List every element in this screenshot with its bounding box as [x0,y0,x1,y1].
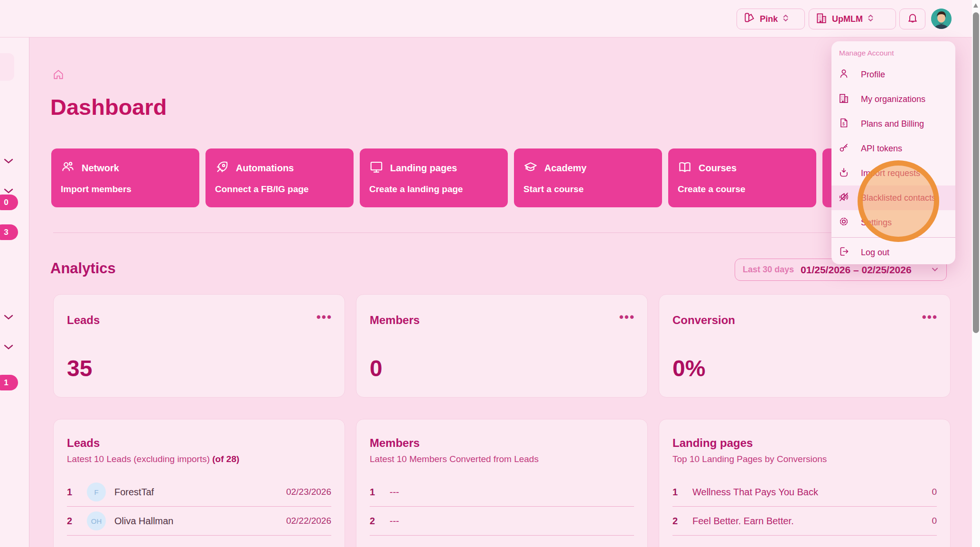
landing-page-name: Feel Better. Earn Better. [692,516,923,527]
quick-action-subtitle: Start a course [523,184,662,195]
sidebar: 0 3 1 [0,37,29,547]
quick-action-title: Landing pages [390,163,457,174]
row-rank: 2 [672,516,684,527]
scroll-up-arrow-icon[interactable] [973,3,978,8]
lead-row[interactable]: 2 OH Oliva Hallman 02/22/2026 [67,507,331,536]
quick-action-network[interactable]: Network Import members [51,148,199,207]
page-title: Dashboard [50,94,167,120]
account-menu-header: Manage Account [831,47,955,62]
sidebar-count-badge: 0 [0,195,18,210]
notifications-button[interactable] [899,9,925,29]
quick-action-subtitle: Import members [61,184,199,195]
palette-icon [743,12,756,27]
building-icon [815,12,828,27]
lead-name: ForestTaf [114,487,278,498]
menu-item-api-tokens[interactable]: API tokens [831,136,955,161]
stat-card-leads: Leads ••• 35 [53,294,345,398]
topbar: Pink UpMLM [0,0,980,37]
members-list-card: Members Latest 10 Members Converted from… [356,419,648,547]
building-icon [838,93,849,106]
row-rank: 2 [67,516,78,527]
bell-icon [906,12,919,27]
chevron-down-icon[interactable] [3,343,14,350]
vertical-scrollbar[interactable] [972,0,980,547]
chevron-down-icon [931,266,939,274]
landing-page-row[interactable]: 2 Feel Better. Earn Better. 0 [672,507,937,536]
stat-title: Leads [67,314,331,327]
section-divider [53,232,951,233]
organization-selector-button[interactable]: UpMLM [809,9,896,29]
member-row[interactable]: 1 --- [370,478,634,507]
home-breadcrumb-icon[interactable] [52,68,65,81]
stat-value: 0% [672,355,705,381]
theme-selector-button[interactable]: Pink [737,9,805,29]
date-preset-label: Last 30 days [743,265,794,275]
user-avatar[interactable] [931,9,952,29]
open-book-icon [678,160,692,176]
member-row[interactable]: 2 --- [370,507,634,536]
key-icon [838,142,849,156]
logout-icon [838,246,849,260]
lead-date: 02/23/2026 [286,487,331,497]
quick-action-automations[interactable]: Automations Connect a FB/IG page [205,148,354,207]
menu-item-log-out[interactable]: Log out [831,240,955,265]
member-name: --- [390,516,634,527]
landing-page-name: Wellness That Pays You Back [692,487,923,498]
landing-page-row[interactable]: 1 Wellness That Pays You Back 0 [672,478,937,507]
quick-action-subtitle: Create a landing page [369,184,508,195]
stat-title: Conversion [672,314,937,327]
menu-item-my-organizations[interactable]: My organizations [831,87,955,111]
list-subtitle: Latest 10 Members Converted from Leads [370,454,634,464]
stat-card-members: Members ••• 0 [356,294,648,398]
avatar: F [87,482,106,501]
member-name: --- [390,487,634,498]
chevron-down-icon[interactable] [3,314,14,320]
quick-action-title: Courses [699,163,737,174]
menu-item-label: My organizations [861,94,925,104]
leads-list-card: Leads Latest 10 Leads (excluding imports… [53,419,345,547]
menu-item-profile[interactable]: Profile [831,62,955,87]
list-subtitle: Top 10 Landing Pages by Conversions [672,454,937,464]
menu-item-label: Profile [861,70,885,80]
quick-action-courses[interactable]: Courses Create a course [668,148,816,207]
gear-icon [838,216,849,230]
updown-chevron-icon [867,13,874,25]
stat-title: Members [370,314,634,327]
quick-action-title: Automations [236,163,294,174]
theme-selector-label: Pink [760,14,778,24]
more-options-icon[interactable]: ••• [317,311,332,323]
row-rank: 1 [370,487,381,498]
list-title: Leads [67,436,331,450]
lead-name: Oliva Hallman [114,516,278,527]
sidebar-count-badge: 1 [0,375,18,390]
rocket-icon [215,160,229,176]
list-title: Members [370,436,634,450]
conversion-count: 0 [932,487,937,497]
conversion-count: 0 [932,516,937,526]
row-rank: 1 [672,487,684,498]
sidebar-active-item[interactable] [0,53,14,81]
monitor-icon [369,160,383,176]
person-icon [838,68,849,82]
chevron-down-icon[interactable] [3,187,14,194]
chevron-down-icon[interactable] [3,158,14,164]
organization-selector-label: UpMLM [832,14,863,24]
stat-value: 0 [370,355,383,381]
more-options-icon[interactable]: ••• [922,311,938,323]
updown-chevron-icon [782,13,789,25]
avatar: OH [87,511,106,530]
app-window: Pink UpMLM [0,0,980,547]
lead-row[interactable]: 1 F ForestTaf 02/23/2026 [67,478,331,507]
more-options-icon[interactable]: ••• [619,311,635,323]
menu-item-plans-billing[interactable]: $ Plans and Billing [831,111,955,136]
quick-action-title: Network [82,163,119,174]
row-rank: 1 [67,487,78,498]
lead-date: 02/22/2026 [286,516,331,526]
stat-value: 35 [67,355,92,381]
list-title: Landing pages [672,436,937,450]
quick-action-academy[interactable]: Academy Start a course [514,148,662,207]
quick-action-landing-pages[interactable]: Landing pages Create a landing page [360,148,508,207]
list-subtitle: Latest 10 Leads (excluding imports) (of … [67,454,331,464]
people-icon [61,160,75,176]
scrollbar-thumb[interactable] [973,12,979,333]
